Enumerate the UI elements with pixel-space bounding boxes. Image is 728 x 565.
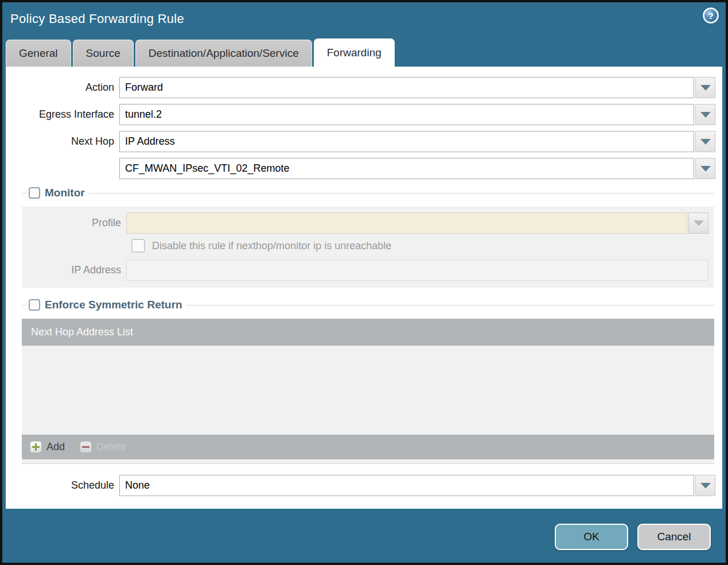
next-hop-label: Next Hop	[6, 136, 119, 148]
delete-button[interactable]: Delete	[80, 441, 126, 453]
dialog-title: Policy Based Forwarding Rule	[10, 11, 184, 26]
pbf-rule-dialog: Policy Based Forwarding Rule ? General S…	[0, 0, 728, 565]
egress-interface-label: Egress Interface	[6, 109, 119, 121]
chevron-down-icon	[694, 220, 704, 226]
schedule-label: Schedule	[6, 479, 119, 492]
tab-source[interactable]: Source	[73, 40, 134, 67]
schedule-row: Schedule None	[6, 475, 715, 496]
plus-icon	[30, 441, 42, 453]
tab-general[interactable]: General	[6, 40, 71, 67]
legend-divider	[88, 193, 714, 194]
next-hop-address-combo: CF_MWAN_IPsec_VTI_02_Remote	[119, 158, 715, 179]
disable-rule-label: Disable this rule if nexthop/monitor ip …	[152, 240, 391, 252]
legend-divider	[22, 193, 27, 194]
monitor-checkbox[interactable]	[29, 187, 40, 199]
minus-icon	[80, 441, 92, 453]
legend-divider	[22, 305, 27, 305]
action-combo: Forward	[119, 77, 715, 98]
table-footer: Add Delete	[22, 435, 714, 459]
table-header: Next Hop Address List	[22, 319, 714, 346]
ip-address-input[interactable]	[126, 260, 708, 281]
egress-interface-select[interactable]: tunnel.2	[119, 104, 694, 125]
dialog-titlebar: Policy Based Forwarding Rule ?	[2, 2, 726, 38]
egress-interface-combo: tunnel.2	[119, 104, 715, 125]
dialog-footer: OK Cancel	[2, 509, 726, 550]
table-header-label: Next Hop Address List	[31, 326, 133, 338]
schedule-select[interactable]: None	[119, 475, 694, 496]
profile-label: Profile	[22, 217, 126, 229]
tab-forwarding[interactable]: Forwarding	[314, 38, 395, 67]
profile-combo	[126, 212, 708, 234]
tab-destination-application-service[interactable]: Destination/Application/Service	[135, 40, 312, 67]
profile-select[interactable]	[126, 212, 687, 234]
ip-address-label: IP Address	[22, 264, 126, 276]
help-icon[interactable]: ?	[703, 7, 719, 24]
symmetric-return-legend-row: Enforce Symmetric Return	[22, 297, 714, 313]
profile-dropdown-button[interactable]	[688, 212, 708, 234]
next-hop-address-select[interactable]: CF_MWAN_IPsec_VTI_02_Remote	[119, 158, 694, 179]
action-dropdown-button[interactable]	[695, 77, 715, 98]
chevron-down-icon	[700, 85, 711, 91]
add-button[interactable]: Add	[30, 441, 65, 453]
action-label: Action	[6, 82, 119, 94]
monitor-legend: Monitor	[45, 187, 85, 199]
delete-button-label: Delete	[96, 441, 126, 453]
symmetric-return-legend: Enforce Symmetric Return	[45, 299, 182, 311]
next-hop-dropdown-button[interactable]	[695, 131, 715, 152]
cancel-button[interactable]: Cancel	[637, 524, 711, 550]
next-hop-row: Next Hop IP Address	[6, 131, 715, 152]
profile-row: Profile	[22, 212, 708, 234]
next-hop-address-dropdown-button[interactable]	[695, 158, 715, 179]
action-row: Action Forward	[6, 77, 715, 98]
chevron-down-icon	[700, 112, 711, 118]
next-hop-address-row: CF_MWAN_IPsec_VTI_02_Remote	[6, 158, 715, 179]
disable-rule-checkbox[interactable]	[131, 239, 145, 253]
schedule-dropdown-button[interactable]	[695, 475, 715, 496]
monitor-ip-address-row: IP Address	[22, 260, 708, 281]
next-hop-address-table: Next Hop Address List Add Delete	[22, 319, 714, 464]
symmetric-return-section: Enforce Symmetric Return Next Hop Addres…	[6, 297, 722, 464]
next-hop-combo: IP Address	[119, 131, 715, 152]
chevron-down-icon	[700, 483, 711, 489]
forwarding-tab-panel: Action Forward Egress Interface tunnel.2…	[6, 67, 722, 509]
legend-divider	[186, 305, 714, 305]
ok-button[interactable]: OK	[555, 524, 628, 550]
add-button-label: Add	[46, 441, 65, 453]
help-glyph: ?	[708, 11, 713, 21]
disable-rule-row: Disable this rule if nexthop/monitor ip …	[22, 239, 714, 253]
enforce-symmetric-return-checkbox[interactable]	[29, 299, 40, 311]
monitor-fields: Profile Disable this rule if nexthop/mon…	[22, 207, 714, 288]
monitor-section: Monitor Profile Disable this rule if nex…	[6, 185, 722, 288]
egress-interface-dropdown-button[interactable]	[695, 104, 715, 125]
chevron-down-icon	[700, 139, 711, 145]
schedule-combo: None	[119, 475, 715, 496]
action-select[interactable]: Forward	[119, 77, 694, 98]
table-body[interactable]	[22, 346, 714, 435]
chevron-down-icon	[700, 166, 711, 172]
tab-bar: General Source Destination/Application/S…	[2, 38, 726, 67]
next-hop-select[interactable]: IP Address	[119, 131, 694, 152]
egress-interface-row: Egress Interface tunnel.2	[6, 104, 715, 125]
monitor-legend-row: Monitor	[22, 185, 714, 201]
